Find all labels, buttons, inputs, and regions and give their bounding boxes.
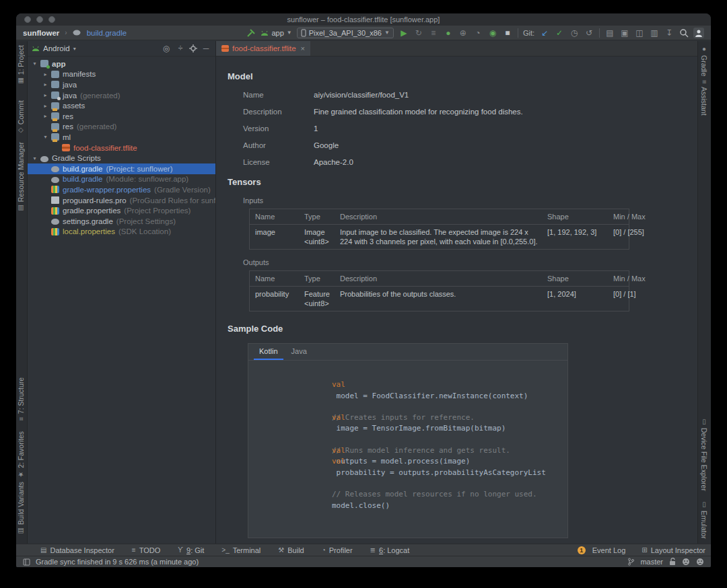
toolbar-icon[interactable]: ●: [443, 28, 454, 38]
toolbar-icon[interactable]: ⊕: [458, 28, 469, 38]
search-icon[interactable]: [679, 28, 689, 38]
project-icon: ▦: [18, 77, 25, 85]
tree-item[interactable]: ▸assets: [28, 100, 215, 111]
collapse-all-icon[interactable]: ÷: [175, 44, 186, 53]
tree-item[interactable]: proguard-rules.pro(ProGuard Rules for su…: [28, 195, 215, 206]
tool-button-device-file-explorer[interactable]: ▯ Device File Explorer: [700, 418, 708, 491]
tool-window-button[interactable]: >_ Terminal: [221, 546, 261, 554]
toolbar-icon[interactable]: ◔: [473, 28, 483, 38]
toolbar-icon[interactable]: ↙: [539, 28, 550, 38]
tool-window-button[interactable]: ⊞ Layout Inspector: [642, 546, 705, 554]
git-branch-name[interactable]: master: [640, 558, 663, 566]
tree-item[interactable]: ▸manifests: [28, 69, 215, 80]
editor-tab-food-classifier[interactable]: food-classifier.tflite ×: [216, 41, 310, 56]
tool-button-favorites[interactable]: ★ 2: Favorites: [17, 431, 25, 478]
close-tab-icon[interactable]: ×: [301, 44, 305, 52]
tree-item-label: build.gradle: [63, 175, 102, 183]
tool-button-commit[interactable]: ◇ Commit: [17, 100, 25, 135]
code-lang-tab[interactable]: Java: [286, 344, 312, 360]
toolbar-icon[interactable]: ▣: [619, 28, 630, 38]
tree-arrow[interactable]: ▸: [41, 113, 50, 119]
toolbar-icon[interactable]: ≡: [428, 28, 439, 38]
toolbar-icon[interactable]: ▶: [399, 28, 409, 38]
tool-button-structure[interactable]: ≡ 7: Structure: [17, 377, 25, 420]
tree-item[interactable]: ▸java: [28, 79, 215, 90]
tool-button-emulator[interactable]: ▯ Emulator: [700, 501, 708, 539]
locate-file-icon[interactable]: ◎: [161, 44, 172, 53]
breadcrumb-project[interactable]: sunflower: [23, 29, 59, 37]
tree-item-suffix: (Project: sunflower): [106, 165, 172, 173]
tree-item[interactable]: ▾app: [28, 59, 215, 69]
tree-item[interactable]: ▾Gradle Scripts: [28, 153, 215, 163]
tree-item[interactable]: food-classifier.tflite: [28, 143, 215, 153]
tree-arrow[interactable]: ▸: [41, 81, 50, 87]
toolbar-icon[interactable]: ↺: [584, 28, 594, 38]
toolbar-icon[interactable]: ▤: [604, 28, 615, 38]
tree-item[interactable]: ▾ml: [28, 132, 215, 143]
tool-button-gradle[interactable]: ● Gradle: [700, 45, 708, 77]
folder-app-icon: [40, 60, 48, 67]
toolbar-icon[interactable]: ◷: [569, 28, 580, 38]
tool-button-assistant[interactable]: ≡ Assistant: [700, 80, 708, 115]
toolbar-icon[interactable]: ↧: [664, 28, 674, 38]
tree-arrow[interactable]: ▸: [41, 103, 50, 109]
tree-arrow[interactable]: ▾: [41, 134, 50, 140]
run-controls: ▶↻≡●⊕◔◉■: [399, 28, 513, 38]
toolbar-icon[interactable]: ◉: [487, 28, 498, 38]
tool-window-button[interactable]: ⚒ Build: [278, 546, 304, 554]
tree-item[interactable]: ▸res: [28, 111, 215, 122]
tool-window-button[interactable]: 1 Event Log: [578, 546, 626, 554]
project-view-selector[interactable]: Android: [43, 44, 70, 52]
project-tree: ▾app ▸manifests ▸java ▸java(gene: [28, 57, 215, 237]
folder-y-icon: [51, 123, 59, 131]
tree-item[interactable]: ▸java(generated): [28, 90, 215, 101]
tree-item[interactable]: local.properties(SDK Location): [28, 227, 215, 237]
tree-arrow[interactable]: ▾: [30, 61, 39, 67]
tree-item[interactable]: build.gradle(Project: sunflower): [28, 163, 215, 174]
tool-window-button[interactable]: ◔ Profiler: [322, 546, 353, 554]
editor-tab-label: food-classifier.tflite: [232, 44, 296, 52]
tool-window-button[interactable]: ϒ 9: Git: [178, 546, 204, 554]
code-lang-tab[interactable]: Kotlin: [254, 344, 283, 360]
toolbar-icon[interactable]: ■: [502, 28, 513, 38]
toolbar-icon[interactable]: ▥: [649, 28, 660, 38]
build-hammer-icon[interactable]: [246, 28, 256, 38]
tflite-model-viewer: Model Name aiy/vision/classifier/food_V1…: [216, 57, 697, 544]
tree-item[interactable]: settings.gradle(Project Settings): [28, 216, 215, 227]
feedback-smiley-icon[interactable]: [696, 558, 704, 566]
tool-button-build-variants[interactable]: ▤ Build Variants: [17, 482, 25, 535]
tree-item[interactable]: build.gradle(Module: sunflower.app): [28, 174, 215, 185]
toolbar-icon[interactable]: ✓: [554, 28, 565, 38]
highlighting-smiley-icon[interactable]: [682, 558, 690, 566]
toolbar-icon[interactable]: ◫: [634, 28, 645, 38]
tool-button-resource-manager[interactable]: ▥ Resource Manager: [17, 142, 25, 212]
cell-shape: [1, 192, 192, 3]: [547, 227, 608, 246]
run-configuration-select[interactable]: app ▼: [261, 29, 291, 37]
tool-window-switcher-icon[interactable]: [23, 558, 30, 566]
tree-arrow[interactable]: ▸: [41, 92, 50, 98]
tree-arrow[interactable]: ▾: [30, 155, 39, 161]
tool-window-icon: ≡: [132, 546, 136, 554]
tree-item[interactable]: gradle-wrapper.properties(Gradle Version…: [28, 184, 215, 195]
tool-window-button[interactable]: ▤ Database Inspector: [40, 546, 114, 554]
property-label: License: [243, 158, 314, 166]
tool-window-button[interactable]: ≣ 6: Logcat: [370, 546, 410, 554]
tree-arrow[interactable]: ▸: [41, 71, 50, 77]
tree-item[interactable]: gradle.properties(Project Properties): [28, 205, 215, 216]
props-icon: [51, 186, 59, 193]
tool-window-icon: ⚒: [278, 546, 284, 554]
settings-gear-icon[interactable]: [189, 44, 197, 52]
device-select[interactable]: Pixel_3a_API_30_x86 ▼: [297, 28, 394, 38]
tree-item[interactable]: res(generated): [28, 122, 215, 133]
outputs-table-body: probability Feature <uint8> Probabilitie…: [250, 287, 629, 311]
tool-button-project[interactable]: ▦ 1: Project: [17, 45, 25, 85]
code-text: // Releases model resources if no longer…: [332, 490, 537, 499]
tool-button-label: 1: Project: [17, 45, 25, 75]
unlock-icon[interactable]: [669, 558, 676, 566]
breadcrumb-file[interactable]: build.gradle: [87, 29, 127, 37]
status-message: Gradle sync finished in 9 s 626 ms (a mi…: [36, 558, 199, 566]
avatar[interactable]: [693, 28, 704, 38]
toolbar-icon[interactable]: ↻: [413, 28, 424, 38]
tool-window-button[interactable]: ≡ TODO: [132, 546, 160, 554]
hide-panel-icon[interactable]: ─: [201, 44, 211, 53]
